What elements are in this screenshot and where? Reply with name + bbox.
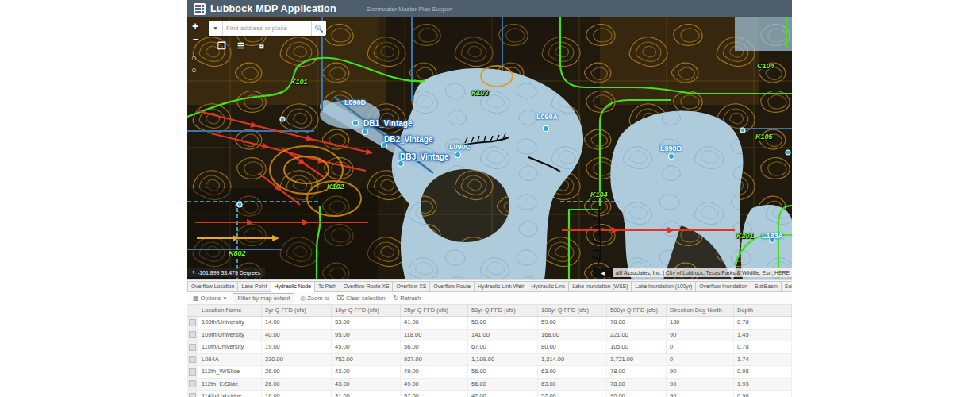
basemap-gallery-icon[interactable]: ⧈ (259, 41, 264, 50)
table-cell: 78.00 (607, 366, 667, 378)
column-header-2yr-q-ffd-cfs[interactable]: 2yr Q FFD (cfs) (262, 305, 332, 316)
zoom-out-button[interactable]: – (193, 33, 198, 44)
page-subtitle: Stormwater Master Plan Support (367, 6, 453, 13)
tab-lake-point[interactable]: Lake Point (237, 281, 270, 292)
table-cell: 1.74 (734, 354, 792, 366)
tab-hydraulic-link[interactable]: Hydraulic Link (528, 281, 569, 292)
table-cell: 33.00 (332, 317, 401, 329)
refresh-label: Refresh (400, 295, 421, 302)
row-selector[interactable] (187, 379, 198, 391)
clear-selection-icon: ⌧ (337, 295, 344, 302)
table-cell: 221.00 (607, 330, 667, 341)
row-selector-box[interactable] (189, 393, 196, 397)
table-cell: 59.00 (538, 317, 607, 329)
table-cell: 26.00 (262, 366, 332, 378)
search-icon[interactable]: 🔍 (311, 21, 326, 36)
row-selector-box[interactable] (189, 356, 196, 363)
tab-lake-inundation-wse[interactable]: Lake Inundation (WSE) (568, 281, 631, 292)
column-header-depth[interactable]: Depth (734, 305, 792, 316)
table-cell: 752.00 (332, 354, 401, 366)
tab-overflow-inundation[interactable]: Overflow Inundation (695, 281, 750, 292)
map-view[interactable]: K101K103C104K105K102K104K201K802L090DL09… (187, 17, 792, 279)
row-selector-box[interactable] (189, 319, 196, 326)
table-cell: 90.00 (607, 391, 667, 397)
table-cell: 0.78 (734, 341, 792, 353)
row-selector[interactable] (187, 317, 198, 329)
home-button[interactable]: ⌂ (191, 53, 197, 62)
search-source-dropdown[interactable]: ▼ (209, 21, 223, 36)
row-selector[interactable] (187, 391, 198, 397)
table-row[interactable]: 112th_W/Slide26.0043.0049.0056.0063.0078… (187, 366, 792, 379)
crosshair-icon: ➔ (190, 269, 195, 276)
tab-subarea[interactable]: SubArea (781, 281, 792, 292)
table-row[interactable]: 108th/University14.0033.0041.0050.0059.0… (187, 317, 792, 330)
app-window: Lubbock MDP Application Stormwater Maste… (187, 0, 792, 397)
tab-subbasin[interactable]: SubBasin (751, 281, 781, 292)
layers-icon[interactable]: ❐ (217, 41, 226, 51)
table-cell: 50.00 (468, 317, 538, 329)
tab-lake-inundation-100yr[interactable]: Lake Inundation (100yr) (631, 281, 695, 292)
attribution-toggle-icon[interactable]: ◀ (593, 268, 613, 277)
table-cell: 90 (667, 379, 734, 391)
table-cell: 0.78 (734, 317, 792, 329)
row-selector[interactable] (187, 341, 198, 353)
column-header-10yr-q-ffd-cfs[interactable]: 10yr Q FFD (cfs) (332, 305, 401, 316)
refresh-button[interactable]: ↻ Refresh (391, 294, 424, 303)
table-cell: 45.00 (332, 341, 401, 353)
table-row[interactable]: 114th/Uxbridge16.0031.0037.0042.0052.009… (187, 391, 792, 397)
table-cell: 41.00 (401, 317, 468, 329)
zoom-to-button[interactable]: ◎ Zoom to (298, 294, 332, 303)
tab-overflow-location[interactable]: Overflow Location (187, 281, 237, 292)
table-cell: 63.00 (538, 366, 607, 378)
column-header-25yr-q-ffd-cfs[interactable]: 25yr Q FFD (cfs) (401, 305, 468, 316)
column-header-500yr-q-ffd-cfs[interactable]: 500yr Q FFD (cfs) (607, 305, 667, 316)
table-row[interactable]: 112th_E/Slide26.0043.0049.0056.0063.0078… (187, 379, 792, 391)
chevron-down-icon: ▼ (222, 296, 227, 301)
filter-by-extent-button[interactable]: Filter by map extent (233, 293, 294, 303)
row-selector[interactable] (187, 366, 198, 378)
tab-hydraulic-link-weir[interactable]: Hydraulic Link Weir (474, 281, 527, 292)
app-logo-icon (194, 3, 206, 15)
zoom-in-button[interactable]: + (192, 21, 198, 32)
search-input[interactable] (223, 21, 311, 36)
tab-tc-path[interactable]: Tc Path (314, 281, 340, 292)
row-selector-box[interactable] (189, 344, 196, 351)
tab-overflow-xs[interactable]: Overflow XS (392, 281, 429, 292)
table-cell: 78.00 (607, 317, 667, 329)
column-header-100yr-q-ffd-cfs[interactable]: 100yr Q FFD (cfs) (538, 305, 607, 316)
table-row[interactable]: L084A330.00752.00927.001,109.001,314.001… (187, 354, 792, 367)
tab-overflow-route-xs[interactable]: Overflow Route XS (340, 281, 393, 292)
column-header-50yr-q-ffd-cfs[interactable]: 50yr Q FFD (cfs) (468, 305, 538, 316)
row-selector[interactable] (187, 354, 198, 366)
table-cell: 52.00 (538, 391, 607, 397)
legend-icon[interactable]: ☰ (237, 42, 244, 50)
table-row[interactable]: 110th/University19.0045.0056.0067.0080.0… (187, 341, 792, 354)
zoom-to-label: Zoom to (307, 295, 329, 302)
zoom-to-icon: ◎ (300, 295, 306, 302)
tab-hydraulic-node[interactable]: Hydraulic Node (271, 281, 314, 292)
table-cell: 90 (667, 391, 734, 397)
row-selector-box[interactable] (189, 331, 196, 338)
column-header-direction-deg-north[interactable]: Direction Deg North (667, 305, 734, 316)
table-cell: 56.00 (468, 366, 538, 378)
row-selector-box[interactable] (189, 368, 196, 376)
row-selector[interactable] (187, 330, 198, 341)
column-header-location-name[interactable]: Location Name (198, 305, 262, 316)
table-cell: 78.00 (607, 379, 667, 391)
table-cell: 168.00 (538, 330, 607, 341)
options-label: Options (201, 295, 221, 302)
table-cell: 40.00 (262, 330, 332, 341)
grid-icon: ▦ (193, 295, 199, 302)
table-cell: 67.00 (468, 341, 538, 353)
table-row[interactable]: 109th/University40.0095.00118.00141.0016… (187, 330, 792, 342)
table-cell: 49.00 (401, 379, 468, 391)
locate-button[interactable]: ○ (191, 66, 197, 75)
tab-overflow-route[interactable]: Overflow Route (429, 281, 474, 292)
table-cell: 42.00 (468, 391, 538, 397)
table-cell: 110th/University (198, 341, 262, 353)
table-cell: 109th/University (198, 330, 262, 341)
clear-selection-button[interactable]: ⌧ Clear selection (335, 294, 388, 303)
options-button[interactable]: ▦ Options ▼ (190, 294, 229, 303)
row-selector-box[interactable] (189, 380, 196, 387)
table-cell: 16.00 (262, 391, 332, 397)
